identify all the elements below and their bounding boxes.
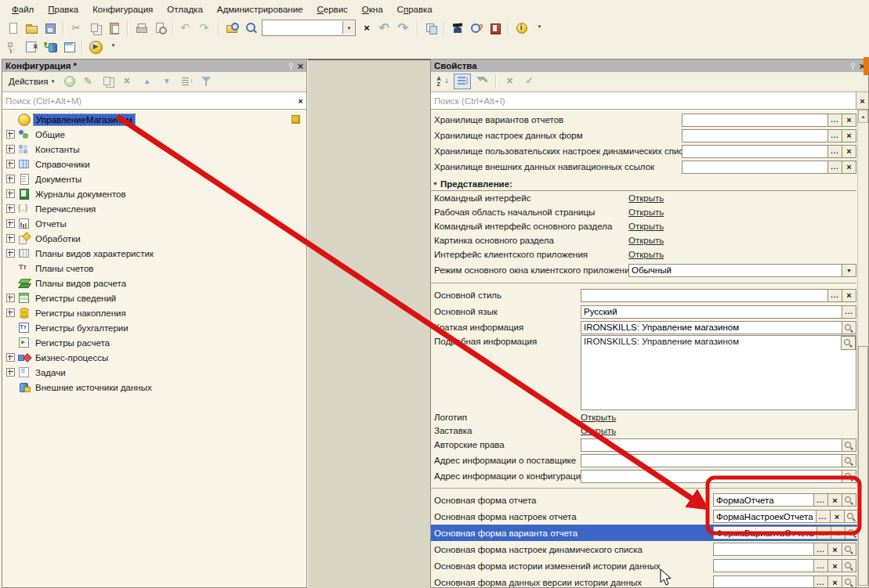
move-up-button[interactable]: [139, 74, 156, 89]
expand-plus-icon[interactable]: [6, 219, 15, 228]
properties-search-clear-icon[interactable]: ×: [856, 92, 868, 109]
main-report-variant-form-magnifier-button[interactable]: [845, 526, 857, 539]
forward-button[interactable]: [396, 20, 413, 36]
tree-item-reports[interactable]: Отчеты: [2, 216, 306, 231]
report-options-storage-input[interactable]: [682, 114, 828, 127]
new-document-button[interactable]: [4, 20, 21, 36]
expand-plus-icon[interactable]: [6, 204, 15, 213]
main-language-input[interactable]: Русский: [581, 305, 842, 319]
find-in-files-button[interactable]: [223, 20, 241, 36]
docked-panel-tab[interactable]: [864, 57, 869, 75]
tree-search-input[interactable]: Поиск (Ctrl+Alt+M): [2, 92, 295, 109]
properties-filter-button[interactable]: [473, 74, 491, 89]
main-report-settings-form-ellipsis-button[interactable]: ...: [816, 510, 831, 523]
menu-file[interactable]: Файл: [5, 2, 41, 16]
close-icon[interactable]: ×: [297, 62, 303, 70]
main-section-picture-open-link[interactable]: Открыть: [628, 236, 664, 245]
main-data-history-change-history-form-clear-value-button[interactable]: ×: [827, 559, 842, 572]
save-button[interactable]: [42, 20, 59, 36]
vendor-information-address-magnifier-button[interactable]: [842, 454, 856, 467]
tree-item-constants[interactable]: Константы: [2, 142, 306, 157]
menu-help[interactable]: Справка: [390, 2, 440, 16]
sort-alphabetical-button[interactable]: [434, 74, 451, 89]
expand-plus-icon[interactable]: [6, 130, 15, 139]
dropdown-caret-button[interactable]: [532, 20, 549, 36]
main-data-history-change-history-form-magnifier-button[interactable]: [842, 559, 856, 572]
form-data-settings-storage-clear-value-button[interactable]: ×: [842, 129, 856, 142]
home-page-work-area-open-link[interactable]: Открыть: [628, 207, 664, 217]
tree-item-configuration-root[interactable]: УправлениеМагазином: [2, 112, 306, 127]
menu-administration[interactable]: Администрирование: [210, 2, 310, 16]
expand-plus-icon[interactable]: [6, 294, 15, 302]
chevron-down-icon[interactable]: ▼: [342, 21, 355, 34]
vendor-information-address-input[interactable]: [581, 454, 842, 467]
navigation-links-external-data-storage-input[interactable]: [682, 161, 828, 174]
back-button[interactable]: [377, 20, 394, 36]
main-dynamic-list-settings-form-ellipsis-button[interactable]: ...: [813, 543, 828, 556]
main-style-ellipsis-button[interactable]: ...: [827, 289, 842, 302]
edit-button[interactable]: [80, 74, 97, 89]
report-options-storage-ellipsis-button[interactable]: ...: [827, 114, 842, 127]
tree-item-catalogs[interactable]: Справочники: [2, 157, 306, 171]
global-search-button[interactable]: [242, 20, 259, 36]
command-interface-open-link[interactable]: Открыть: [628, 193, 664, 203]
configuration-tree-button[interactable]: [4, 39, 21, 55]
main-data-history-change-history-form-input[interactable]: [713, 559, 814, 572]
open-form-button[interactable]: [60, 39, 78, 55]
main-report-form-ellipsis-button[interactable]: ...: [813, 493, 828, 507]
main-data-history-version-data-form-ellipsis-button[interactable]: ...: [813, 575, 828, 587]
copyright-input[interactable]: [581, 438, 842, 452]
print-preview-button[interactable]: [151, 20, 168, 36]
scroll-up-icon[interactable]: ▲: [858, 110, 868, 123]
tree-item-common[interactable]: Общие: [2, 127, 306, 142]
expand-plus-icon[interactable]: [6, 368, 15, 377]
main-report-variant-form-ellipsis-button[interactable]: ...: [816, 526, 831, 539]
main-style-input[interactable]: [581, 289, 828, 302]
add-button[interactable]: [60, 74, 78, 89]
tree-search-clear-icon[interactable]: ×: [295, 92, 306, 109]
undo-button[interactable]: [178, 20, 195, 36]
copyright-magnifier-button[interactable]: [842, 438, 856, 452]
menu-edit[interactable]: Правка: [41, 2, 85, 16]
expand-plus-icon[interactable]: [6, 249, 15, 258]
brief-information-magnifier-button[interactable]: [842, 321, 856, 334]
configuration-information-address-input[interactable]: [581, 470, 842, 483]
tree-item-document-journals[interactable]: Журналы документов: [2, 186, 306, 201]
expand-plus-icon[interactable]: [6, 160, 15, 168]
tree-item-accumulation-registers[interactable]: Регистры накопления: [2, 305, 306, 320]
menu-windows[interactable]: Окна: [355, 2, 390, 16]
main-dynamic-list-settings-form-magnifier-button[interactable]: [842, 543, 856, 556]
main-dynamic-list-settings-form-input[interactable]: [713, 543, 814, 556]
section-header-presentation-section[interactable]: ▼Представление:: [431, 177, 856, 191]
tree-item-data-processors[interactable]: Обработки: [2, 231, 306, 246]
print-button[interactable]: [132, 20, 150, 36]
dynamic-list-user-settings-storage-ellipsis-button[interactable]: ...: [827, 145, 842, 158]
tree-item-charts-of-calculation-types[interactable]: Планы видов расчета: [2, 276, 306, 290]
tree-item-charts-of-characteristic-types[interactable]: Планы видов характеристик: [2, 246, 306, 261]
help-index-button[interactable]: [468, 20, 485, 36]
splash-open-link[interactable]: Открыть: [581, 426, 616, 435]
logo-open-link[interactable]: Открыть: [581, 413, 616, 422]
main-data-history-version-data-form-clear-value-button[interactable]: ×: [827, 575, 842, 587]
open-folder-button[interactable]: [23, 20, 40, 36]
scrollbar-track[interactable]: [858, 123, 868, 587]
actions-menu-button[interactable]: Действия ▼: [5, 75, 58, 88]
menu-tools[interactable]: Сервис: [310, 2, 354, 16]
form-data-settings-storage-ellipsis-button[interactable]: ...: [827, 129, 842, 142]
client-application-interface-open-link[interactable]: Открыть: [628, 250, 664, 259]
main-report-settings-form-input[interactable]: ФормаНастроекОтчета: [713, 510, 816, 523]
move-down-button[interactable]: [158, 74, 176, 89]
cut-button[interactable]: [68, 20, 85, 36]
main-report-variant-form-clear-value-button[interactable]: ×: [831, 526, 845, 539]
cancel-button[interactable]: [501, 74, 519, 89]
main-data-history-version-data-form-input[interactable]: [713, 575, 814, 587]
sort-list-button[interactable]: [178, 74, 195, 89]
expand-plus-icon[interactable]: [6, 145, 15, 153]
windows-copy-button[interactable]: [422, 20, 440, 36]
menu-configuration[interactable]: Конфигурация: [85, 2, 160, 16]
expand-plus-icon[interactable]: [6, 175, 15, 183]
detailed-information-magnifier-button[interactable]: [841, 336, 856, 350]
tree-item-external-data-sources[interactable]: Внешние источники данных: [2, 380, 306, 395]
dynamic-list-user-settings-storage-clear-value-button[interactable]: ×: [842, 145, 856, 158]
tree-item-business-processes[interactable]: Бизнес-процессы: [2, 350, 306, 365]
